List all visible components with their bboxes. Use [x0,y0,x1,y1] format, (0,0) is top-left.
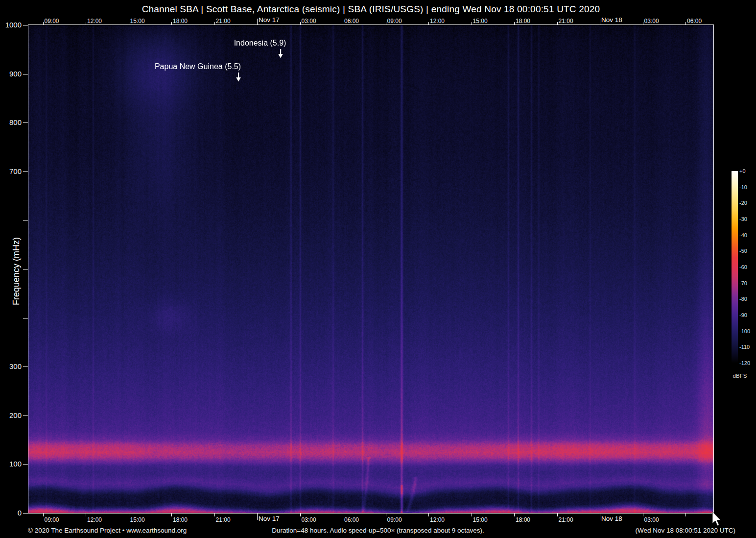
colorbar-tick-label: -40 [739,232,747,238]
down-arrow-icon [278,49,284,58]
x-tick-label-top: 06:00 [687,18,702,24]
x-tick-bottom [129,514,129,516]
earthquake-annotation-label: Papua New Guinea (5.5) [155,62,241,71]
earthquake-annotation-label: Indonesia (5.9) [234,39,286,48]
x-tick-bottom [343,514,343,516]
x-tick-top [171,22,172,25]
y-tick [23,220,28,220]
x-tick-bottom [86,514,86,516]
y-tick [23,513,28,514]
x-tick-top [685,22,686,25]
x-tick-top [514,22,515,25]
x-tick-label-top: 09:00 [387,18,402,24]
x-tick-label-top: Nov 17 [259,16,280,24]
colorbar-tick-label: -80 [739,296,747,302]
x-tick-top [472,22,472,25]
y-tick-label: 0 [2,509,22,517]
x-tick-top [43,22,44,25]
x-tick-label-bottom: 12:00 [87,516,102,523]
x-tick-label-top: 12:00 [430,18,445,24]
colorbar-gradient [732,171,738,363]
x-tick-label-bottom: Nov 18 [601,515,622,522]
colorbar-tick-label: -120 [739,360,750,366]
x-tick-label-bottom: 18:00 [173,516,188,523]
y-tick [23,269,28,269]
x-tick-label-bottom: 12:00 [430,516,445,523]
x-tick-label-bottom: 09:00 [387,516,402,523]
x-tick-top [600,19,600,25]
y-tick [23,122,28,123]
x-tick-label-top: 15:00 [473,18,488,24]
y-axis-title: Frequency (mHz) [11,232,22,311]
x-tick-top [257,19,258,25]
colorbar-tick-label: -50 [739,248,747,254]
down-arrow-icon [236,73,241,82]
x-tick-top [214,22,215,25]
y-tick [23,464,28,465]
x-tick-bottom [386,514,386,516]
x-tick-bottom [514,514,515,516]
x-tick-label-bottom: 03:00 [302,516,316,523]
y-tick [23,25,28,25]
y-tick-label: 1000 [2,21,22,29]
plot-area [28,24,714,514]
y-tick-label: 300 [2,362,22,370]
y-tick [23,171,28,172]
x-tick-label-top: Nov 18 [601,16,622,24]
y-tick-label: 900 [2,70,22,78]
x-tick-label-top: 18:00 [173,18,188,24]
x-tick-top [343,22,343,25]
colorbar-tick-label: -20 [739,200,747,206]
colorbar-unit-label: dBFS [732,373,748,379]
x-tick-label-top: 21:00 [216,18,231,24]
spectrogram-screenshot: Channel SBA | Scott Base, Antarctica (se… [0,0,756,538]
x-tick-label-bottom: 15:00 [130,516,145,523]
x-tick-label-bottom: 21:00 [216,516,231,523]
x-tick-top [557,22,558,25]
x-tick-bottom [600,514,600,520]
colorbar-tick-label: -100 [739,328,750,334]
x-tick-label-top: 03:00 [644,18,659,24]
x-tick-label-top: 09:00 [45,18,59,24]
chart-title: Channel SBA | Scott Base, Antarctica (se… [28,4,713,15]
x-tick-top [300,22,301,25]
x-tick-top [86,22,86,25]
footer-duration: Duration=48 hours. Audio speed-up=500× (… [272,527,484,534]
x-tick-label-top: 21:00 [559,18,573,24]
y-tick-label: 100 [2,460,22,468]
x-tick-label-bottom: 03:00 [644,516,659,523]
x-tick-label-top: 15:00 [130,18,145,24]
x-tick-bottom [643,514,643,516]
footer-copyright: © 2020 The Earthsound Project • www.eart… [28,527,187,534]
x-tick-label-bottom: 06:00 [344,516,359,523]
x-tick-bottom [257,514,258,520]
x-tick-bottom [171,514,172,516]
x-tick-bottom [214,514,215,516]
x-tick-label-top: 06:00 [344,18,359,24]
x-tick-label-bottom: 15:00 [473,516,488,523]
x-tick-label-top: 03:00 [302,18,316,24]
y-tick [23,367,28,367]
x-tick-label-bottom: 18:00 [516,516,530,523]
y-tick-label: 800 [2,118,22,126]
spectrogram-canvas [28,25,713,513]
y-tick [23,416,28,416]
colorbar-tick-label: -70 [739,280,747,286]
x-tick-bottom [685,514,686,516]
y-tick-label: 700 [2,167,22,175]
x-tick-top [428,22,429,25]
x-tick-label-top: 12:00 [87,18,102,24]
x-tick-top [643,22,643,25]
x-tick-bottom [557,514,558,516]
colorbar-tick-label: -10 [739,184,747,190]
y-tick-label: 200 [2,411,22,419]
footer-timestamp: (Wed Nov 18 08:00:51 2020 UTC) [635,527,735,534]
x-tick-label-bottom: Nov 17 [259,515,280,522]
x-tick-bottom [428,514,429,516]
x-tick-top [129,22,129,25]
colorbar-tick-label: +0 [739,168,746,174]
colorbar-tick-label: -60 [739,264,747,270]
x-tick-label-top: 18:00 [516,18,530,24]
x-tick-label-bottom: 21:00 [559,516,573,523]
y-tick [23,318,28,318]
